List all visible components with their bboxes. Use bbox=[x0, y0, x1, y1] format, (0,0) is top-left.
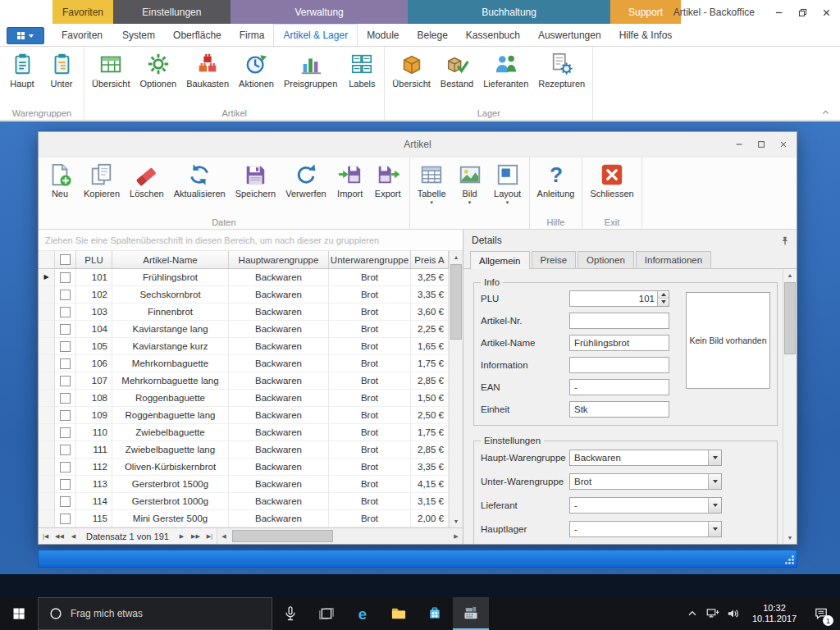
row-checkbox[interactable] bbox=[60, 307, 71, 317]
scroll-up-icon[interactable]: ▲ bbox=[450, 251, 463, 263]
search-input[interactable]: Frag mich etwas bbox=[38, 597, 272, 630]
input-information[interactable] bbox=[569, 357, 669, 373]
toolbar-button-kopieren[interactable]: Kopieren bbox=[79, 159, 125, 199]
table-row[interactable]: 102SechskornbrotBackwarenBrot3,35 € bbox=[39, 286, 449, 304]
scroll-down-icon[interactable]: ▼ bbox=[783, 532, 797, 544]
tab-artikel-and-lager[interactable]: Artikel & Lager bbox=[273, 24, 358, 46]
table-row[interactable]: 114Gersterbrot 1000gBackwarenBrot3,15 € bbox=[39, 493, 449, 510]
row-checkbox[interactable] bbox=[60, 462, 71, 472]
column-header-select[interactable] bbox=[55, 251, 76, 269]
row-checkbox[interactable] bbox=[60, 324, 71, 335]
ribbon-button-artikel-preisgruppen[interactable]: Preisgruppen bbox=[279, 49, 342, 89]
ribbon-button-artikel-labels[interactable]: Labels bbox=[342, 49, 381, 89]
toolbar-button-bild[interactable]: Bild▼ bbox=[451, 159, 489, 206]
row-checkbox[interactable] bbox=[60, 445, 71, 455]
spinner-buttons[interactable] bbox=[657, 291, 669, 306]
ribbon-category-header-buchhaltung[interactable]: Buchhaltung bbox=[408, 0, 609, 24]
ribbon-button-artikel-optionen[interactable]: Optionen bbox=[135, 49, 181, 89]
table-row[interactable]: 111Zwiebelbaguette langBackwarenBrot2,85… bbox=[39, 441, 449, 459]
nav-next-button[interactable]: ▶ bbox=[175, 528, 189, 544]
grouping-bar[interactable]: Ziehen Sie eine Spaltenüberschrift in di… bbox=[39, 230, 463, 251]
table-row[interactable]: 108RoggenbaguetteBackwarenBrot1,50 € bbox=[39, 390, 449, 407]
column-header-preis-a[interactable]: Preis A bbox=[411, 251, 449, 269]
row-checkbox[interactable] bbox=[60, 427, 71, 438]
ribbon-button-lager-rezepturen[interactable]: Rezepturen bbox=[533, 49, 590, 89]
toolbar-button-layout[interactable]: Layout▼ bbox=[489, 159, 527, 206]
toolbar-button-neu[interactable]: Neu bbox=[41, 159, 79, 199]
taskbar-button-microphone[interactable] bbox=[272, 597, 308, 630]
table-row[interactable]: 106MehrkornbaguetteBackwarenBrot1,75 € bbox=[39, 355, 449, 372]
nav-last-button[interactable]: ▶| bbox=[203, 528, 217, 544]
ribbon-category-header-favoriten[interactable]: Favoriten bbox=[52, 0, 113, 24]
app-menu-button[interactable] bbox=[7, 27, 44, 44]
table-row[interactable]: 104Kaviarstange langBackwarenBrot2,25 € bbox=[39, 321, 449, 338]
ribbon-button-artikel-aktionen[interactable]: Aktionen bbox=[234, 49, 279, 89]
combo-haupt-warengruppe[interactable]: Backwaren bbox=[569, 450, 722, 466]
toolbar-button-anleitung[interactable]: ?Anleitung bbox=[532, 159, 580, 199]
input-ean[interactable]: - bbox=[569, 379, 669, 395]
combo-lieferant[interactable]: - bbox=[569, 497, 722, 514]
window-close-button[interactable] bbox=[821, 7, 832, 18]
ribbon-category-header-support[interactable]: Support bbox=[610, 0, 682, 24]
resize-grip-icon[interactable] bbox=[784, 555, 795, 565]
ribbon-button-artikel-baukasten[interactable]: Baukasten bbox=[181, 49, 234, 89]
ribbon-button-warengruppen-unter[interactable]: Unter bbox=[42, 49, 81, 89]
table-row[interactable]: 115Mini Gerster 500gBackwarenBrot2,00 € bbox=[39, 510, 449, 527]
column-header-plu[interactable]: PLU bbox=[76, 251, 112, 269]
row-checkbox[interactable] bbox=[60, 393, 71, 404]
nav-prev-button[interactable]: ◀ bbox=[66, 528, 80, 544]
details-scroll-thumb[interactable] bbox=[784, 282, 796, 354]
column-header-unterwarengruppe[interactable]: Unterwarengruppe bbox=[329, 251, 411, 269]
horizontal-scroll-thumb[interactable] bbox=[232, 530, 333, 542]
scroll-right-icon[interactable]: ▶ bbox=[450, 528, 463, 544]
nav-prev-page-button[interactable]: ◀◀ bbox=[52, 528, 66, 544]
ribbon-button-lager-bestand[interactable]: Bestand bbox=[436, 49, 478, 89]
details-vertical-scrollbar[interactable]: ▲ ▼ bbox=[783, 269, 797, 544]
tab-oberflaeche[interactable]: Oberfläche bbox=[164, 24, 231, 46]
details-tab-allgemein[interactable]: Allgemein bbox=[470, 251, 530, 269]
table-horizontal-scrollbar[interactable]: ◀ ▶ bbox=[217, 528, 463, 544]
toolbar-button-speichern[interactable]: Speichern bbox=[231, 159, 281, 199]
taskbar-button-task-view[interactable] bbox=[308, 597, 345, 630]
toolbar-button-tabelle[interactable]: Tabelle▼ bbox=[413, 159, 451, 206]
table-row[interactable]: 112Oliven-KürbiskernbrotBackwarenBrot3,3… bbox=[39, 459, 449, 476]
input-artikel-name[interactable]: Frühlingsbrot bbox=[569, 335, 669, 351]
taskbar-button-store[interactable] bbox=[417, 597, 453, 630]
input-plu[interactable]: 101 bbox=[569, 290, 669, 307]
tab-system[interactable]: System bbox=[113, 24, 164, 46]
taskbar-button-file-explorer[interactable] bbox=[381, 597, 417, 630]
ribbon-button-lager-uebersicht[interactable]: Übersicht bbox=[387, 49, 435, 89]
pin-icon[interactable] bbox=[779, 235, 790, 246]
tab-auswertungen[interactable]: Auswertungen bbox=[529, 24, 610, 46]
table-row[interactable]: 109Roggenbaguette langBackwarenBrot2,50 … bbox=[39, 407, 449, 424]
ribbon-button-artikel-uebersicht[interactable]: Übersicht bbox=[87, 49, 135, 89]
chevron-down-icon[interactable] bbox=[708, 450, 721, 465]
scroll-left-icon[interactable]: ◀ bbox=[217, 528, 231, 544]
details-tab-optionen[interactable]: Optionen bbox=[578, 251, 634, 268]
taskbar-clock[interactable]: 10:32 10.11.2017 bbox=[743, 603, 806, 624]
spin-up-icon[interactable] bbox=[658, 291, 669, 299]
table-row[interactable]: 113Gersterbrot 1500gBackwarenBrot4,15 € bbox=[39, 476, 449, 493]
artikel-maximize-button[interactable] bbox=[756, 139, 766, 149]
row-checkbox[interactable] bbox=[60, 272, 71, 283]
tab-module[interactable]: Module bbox=[358, 24, 408, 46]
toolbar-button-export[interactable]: Export bbox=[369, 159, 407, 199]
table-row[interactable]: ▶101FrühlingsbrotBackwarenBrot3,25 € bbox=[39, 269, 449, 286]
taskbar-button-backoffice-app[interactable] bbox=[453, 597, 489, 630]
ribbon-button-lager-lieferanten[interactable]: Lieferanten bbox=[478, 49, 533, 89]
row-checkbox[interactable] bbox=[60, 341, 71, 352]
scroll-down-icon[interactable]: ▼ bbox=[450, 515, 463, 527]
action-center-button[interactable]: 1 bbox=[806, 597, 837, 630]
column-header-artikel-name[interactable]: Artikel-Name bbox=[112, 251, 229, 269]
tab-favoriten[interactable]: Favoriten bbox=[52, 24, 112, 46]
ribbon-category-header-einstellungen[interactable]: Einstellungen bbox=[113, 0, 231, 24]
header-checkbox[interactable] bbox=[60, 254, 71, 265]
details-tab-preise[interactable]: Preise bbox=[532, 251, 577, 268]
window-minimize-button[interactable] bbox=[774, 7, 784, 18]
horizontal-scroll-track[interactable] bbox=[231, 528, 450, 544]
ribbon-collapse-button[interactable] bbox=[819, 107, 832, 117]
row-checkbox[interactable] bbox=[60, 376, 71, 386]
ribbon-button-warengruppen-haupt[interactable]: Haupt bbox=[2, 49, 42, 89]
taskbar-button-edge[interactable]: e bbox=[345, 597, 381, 630]
row-checkbox[interactable] bbox=[60, 358, 71, 369]
